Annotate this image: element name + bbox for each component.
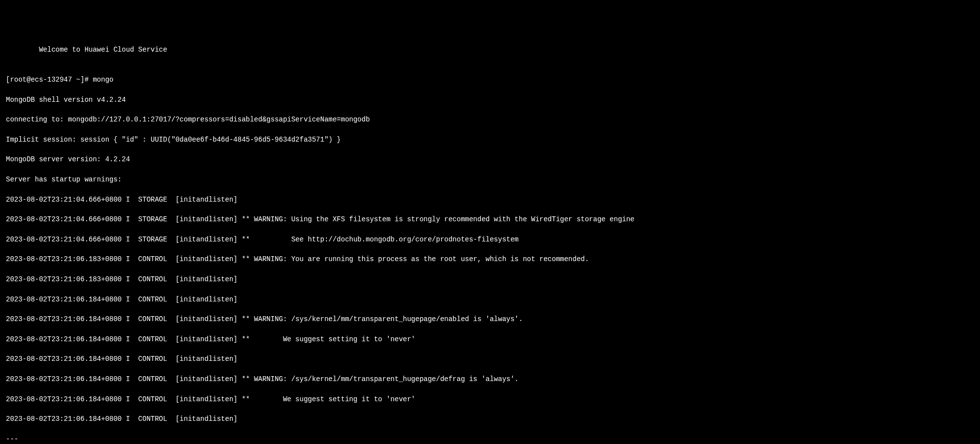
- connecting-line: connecting to: mongodb://127.0.0.1:27017…: [6, 115, 974, 124]
- warning-line: 2023-08-02T23:21:06.184+0800 I CONTROL […: [6, 334, 974, 344]
- prompt-command-line: [root@ecs-132947 ~]# mongo: [6, 75, 974, 85]
- warning-line: 2023-08-02T23:21:06.184+0800 I CONTROL […: [6, 314, 974, 324]
- startup-warnings-line: Server has startup warnings:: [6, 175, 974, 184]
- warning-line: 2023-08-02T23:21:06.184+0800 I CONTROL […: [6, 394, 974, 404]
- session-line: Implicit session: session { "id" : UUID(…: [6, 135, 974, 145]
- server-version-line: MongoDB server version: 4.2.24: [6, 154, 974, 164]
- warning-line: 2023-08-02T23:21:06.184+0800 I CONTROL […: [6, 414, 974, 424]
- warning-line: 2023-08-02T23:21:04.666+0800 I STORAGE […: [6, 195, 974, 205]
- shell-version-line: MongoDB shell version v4.2.24: [6, 95, 974, 105]
- warning-line: 2023-08-02T23:21:06.184+0800 I CONTROL […: [6, 354, 974, 364]
- warning-line: 2023-08-02T23:21:04.666+0800 I STORAGE […: [6, 214, 974, 224]
- warning-line: 2023-08-02T23:21:06.183+0800 I CONTROL […: [6, 254, 974, 264]
- warning-line: 2023-08-02T23:21:06.184+0800 I CONTROL […: [6, 374, 974, 384]
- warning-line: 2023-08-02T23:21:06.184+0800 I CONTROL […: [6, 295, 974, 304]
- separator-line: ---: [6, 434, 974, 444]
- warning-line: 2023-08-02T23:21:04.666+0800 I STORAGE […: [6, 235, 974, 244]
- welcome-line: Welcome to Huawei Cloud Service: [6, 45, 974, 55]
- warning-line: 2023-08-02T23:21:06.183+0800 I CONTROL […: [6, 274, 974, 284]
